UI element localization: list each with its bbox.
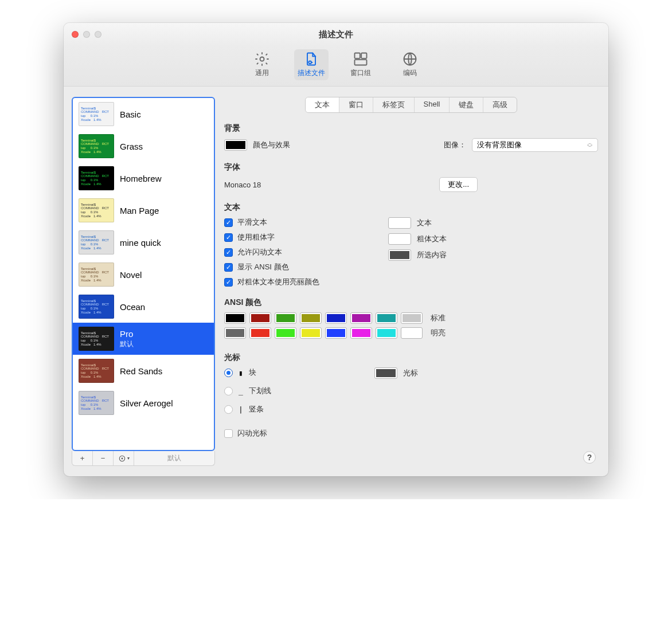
radio-button[interactable] — [224, 387, 233, 395]
ansi-color-well[interactable] — [401, 327, 423, 339]
ansi-color-well[interactable] — [300, 327, 322, 339]
profile-row[interactable]: Terminal$COMMAND RCTtop 0.1%Xcode 1.4%Pr… — [73, 323, 214, 355]
profile-name: Man Page — [120, 206, 159, 216]
profile-row[interactable]: Terminal$COMMAND RCTtop 0.1%Xcode 1.4%Oc… — [73, 291, 214, 323]
add-profile-button[interactable]: + — [72, 451, 93, 465]
remove-profile-button[interactable]: − — [93, 451, 114, 465]
set-default-button[interactable]: 默认 — [134, 451, 214, 465]
ansi-color-well[interactable] — [249, 312, 271, 324]
subtab[interactable]: 窗口 — [339, 97, 373, 112]
change-font-button[interactable]: 更改... — [439, 177, 478, 192]
toolbar-encodings[interactable]: 编码 — [393, 49, 427, 80]
ansi-color-well[interactable] — [325, 312, 347, 324]
profile-row[interactable]: Terminal$COMMAND RCTtop 0.1%Xcode 1.4%No… — [73, 258, 214, 291]
checkbox-row[interactable]: ✓允许闪动文本 — [224, 247, 319, 257]
checkbox[interactable]: ✓ — [224, 218, 233, 227]
checkbox-row[interactable]: ✓使用粗体字 — [224, 232, 319, 242]
bold-text-color-well[interactable] — [388, 233, 411, 245]
profile-row[interactable]: Terminal$COMMAND RCTtop 0.1%Xcode 1.4%Ma… — [73, 194, 214, 226]
background-image-popup[interactable]: 没有背景图像 ︿﹀ — [472, 138, 598, 152]
cursor-glyph: _ — [237, 387, 244, 395]
ansi-color-well[interactable] — [401, 312, 423, 324]
cursor-color-well[interactable] — [374, 367, 397, 379]
profile-row[interactable]: Terminal$COMMAND RCTtop 0.1%Xcode 1.4%Ho… — [73, 162, 214, 194]
profile-row[interactable]: Terminal$COMMAND RCTtop 0.1%Xcode 1.4%Si… — [73, 387, 214, 419]
toolbar-label: 描述文件 — [298, 68, 325, 78]
section-title: ANSI 颜色 — [224, 297, 598, 308]
background-image-label: 图像： — [444, 140, 466, 150]
cursor-glyph: ▮ — [237, 369, 244, 377]
subtabs: 文本窗口标签页Shell键盘高级 — [305, 97, 518, 113]
selection-color-well[interactable] — [388, 249, 411, 261]
profile-thumbnail: Terminal$COMMAND RCTtop 0.1%Xcode 1.4% — [79, 263, 114, 287]
profile-row[interactable]: Terminal$COMMAND RCTtop 0.1%Xcode 1.4%Re… — [73, 355, 214, 387]
window-title: 描述文件 — [64, 29, 608, 40]
toolbar-window-groups[interactable]: 窗口组 — [343, 49, 378, 80]
ansi-color-well[interactable] — [275, 312, 296, 324]
font-name: Monaco 18 — [224, 181, 261, 189]
svg-rect-2 — [355, 53, 360, 58]
checkbox-row[interactable]: ✓显示 ANSI 颜色 — [224, 262, 319, 272]
ansi-color-well[interactable] — [300, 312, 322, 324]
svg-rect-4 — [355, 60, 367, 65]
checkbox[interactable]: ✓ — [224, 263, 233, 272]
checkbox[interactable]: ✓ — [224, 248, 233, 257]
checkbox-row[interactable]: ✓对粗体文本使用亮丽颜色 — [224, 277, 319, 287]
ansi-row-label: 标准 — [431, 313, 446, 323]
background-image-value: 没有背景图像 — [477, 140, 522, 150]
ansi-color-well[interactable] — [224, 327, 246, 339]
profile-thumbnail: Terminal$COMMAND RCTtop 0.1%Xcode 1.4% — [79, 166, 114, 190]
ansi-color-well[interactable] — [224, 312, 246, 324]
toolbar-profiles[interactable]: 描述文件 — [294, 49, 329, 80]
subtab[interactable]: 键盘 — [450, 97, 483, 112]
checkbox[interactable]: ✓ — [224, 278, 233, 287]
help-button[interactable]: ? — [583, 451, 596, 464]
blink-cursor-checkbox[interactable]: 闪动光标 — [224, 428, 271, 438]
profile-thumbnail: Terminal$COMMAND RCTtop 0.1%Xcode 1.4% — [79, 359, 114, 383]
profile-thumbnail: Terminal$COMMAND RCTtop 0.1%Xcode 1.4% — [79, 295, 114, 319]
profile-name: Red Sands — [120, 366, 162, 376]
checkbox[interactable]: ✓ — [224, 233, 233, 242]
profile-thumbnail: Terminal$COMMAND RCTtop 0.1%Xcode 1.4% — [79, 230, 114, 254]
cursor-shape-radio[interactable]: ▮块 — [224, 367, 271, 378]
text-color-well[interactable] — [388, 217, 411, 229]
profile-row[interactable]: Terminal$COMMAND RCTtop 0.1%Xcode 1.4%Gr… — [73, 130, 214, 162]
profile-name: Homebrew — [120, 174, 162, 183]
profile-thumbnail: Terminal$COMMAND RCTtop 0.1%Xcode 1.4% — [79, 134, 114, 158]
cursor-options: ▮块_下划线|竖条闪动光标 — [224, 367, 271, 438]
ansi-color-well[interactable] — [376, 312, 397, 324]
ansi-color-well[interactable] — [376, 327, 397, 339]
toolbar-general[interactable]: 通用 — [245, 49, 279, 80]
profile-thumbnail: Terminal$COMMAND RCTtop 0.1%Xcode 1.4% — [79, 391, 114, 415]
ansi-color-well[interactable] — [275, 327, 296, 339]
subtab[interactable]: 标签页 — [373, 97, 415, 112]
ansi-color-well[interactable] — [325, 327, 347, 339]
section-text: 文本 ✓平滑文本✓使用粗体字✓允许闪动文本✓显示 ANSI 颜色✓对粗体文本使用… — [224, 202, 598, 287]
profile-row[interactable]: Terminal$COMMAND RCTtop 0.1%Xcode 1.4%Ba… — [73, 98, 214, 130]
section-title: 背景 — [224, 123, 598, 134]
cursor-shape-radio[interactable]: |竖条 — [224, 404, 271, 414]
text-color-label: 文本 — [417, 218, 432, 228]
profile-row[interactable]: Terminal$COMMAND RCTtop 0.1%Xcode 1.4%mi… — [73, 226, 214, 258]
checkbox-label: 对粗体文本使用亮丽颜色 — [237, 277, 319, 287]
profile-thumbnail: Terminal$COMMAND RCTtop 0.1%Xcode 1.4% — [79, 198, 114, 222]
ansi-color-well[interactable] — [350, 312, 372, 324]
ansi-color-well[interactable] — [350, 327, 372, 339]
cursor-shape-radio[interactable]: _下划线 — [224, 386, 271, 396]
checkbox-row[interactable]: ✓平滑文本 — [224, 217, 319, 228]
profile-actions-button[interactable]: ▾ — [114, 451, 134, 465]
radio-button[interactable] — [224, 405, 233, 414]
profile-list[interactable]: Terminal$COMMAND RCTtop 0.1%Xcode 1.4%Ba… — [72, 97, 215, 451]
subtab[interactable]: 文本 — [306, 97, 339, 112]
subtab[interactable]: Shell — [415, 97, 450, 112]
checkbox[interactable] — [224, 429, 233, 438]
subtab[interactable]: 高级 — [483, 97, 517, 112]
toolbar-label: 通用 — [255, 68, 269, 78]
ansi-color-well[interactable] — [249, 327, 271, 339]
background-color-well[interactable] — [224, 139, 247, 151]
section-title: 字体 — [224, 162, 598, 173]
radio-button[interactable] — [224, 369, 233, 377]
profile-name: Silver Aerogel — [120, 398, 173, 408]
text-color-wells: 文本 粗体文本 所选内容 — [388, 217, 447, 287]
settings-panel: 文本窗口标签页Shell键盘高级 背景 颜色与效果 图像： 没有背景图像 ︿﹀ — [224, 97, 598, 466]
